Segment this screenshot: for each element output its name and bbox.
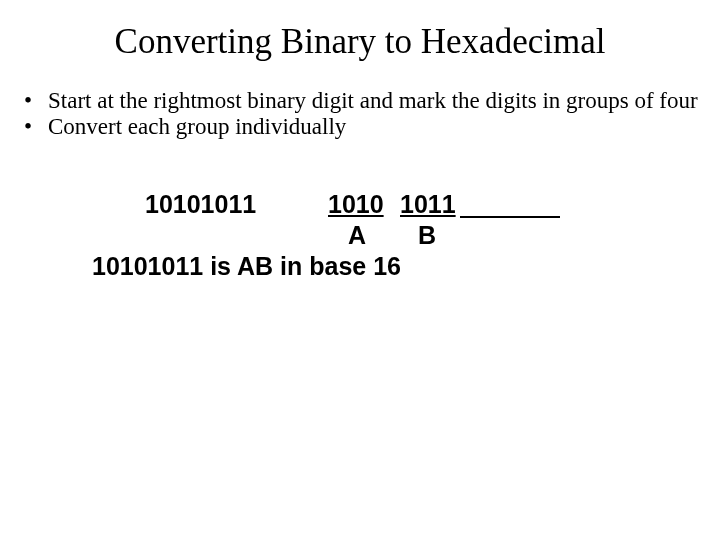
example-line-binary: 10101011 1010 1011 [0, 189, 720, 220]
bullet-item: • Convert each group individually [22, 114, 698, 140]
slide-title: Converting Binary to Hexadecimal [0, 0, 720, 62]
example-block: 10101011 1010 1011 A B 10101011 is AB in… [0, 189, 720, 282]
bullet-item: • Start at the rightmost binary digit an… [22, 88, 698, 114]
bullet-text: Convert each group individually [48, 114, 698, 140]
bullet-dot-icon: • [22, 114, 48, 140]
binary-group-1: 1010 [328, 189, 384, 220]
binary-full: 10101011 [145, 189, 256, 220]
hex-digit-1: A [348, 220, 366, 251]
bullet-dot-icon: • [22, 88, 48, 114]
example-result: 10101011 is AB in base 16 [0, 251, 720, 282]
hex-digit-2: B [418, 220, 436, 251]
bullet-list: • Start at the rightmost binary digit an… [0, 88, 720, 141]
slide: Converting Binary to Hexadecimal • Start… [0, 0, 720, 540]
underline-trail [460, 189, 560, 218]
example-line-hex: A B [0, 220, 720, 251]
binary-group-2: 1011 [400, 189, 456, 220]
bullet-text: Start at the rightmost binary digit and … [48, 88, 698, 114]
